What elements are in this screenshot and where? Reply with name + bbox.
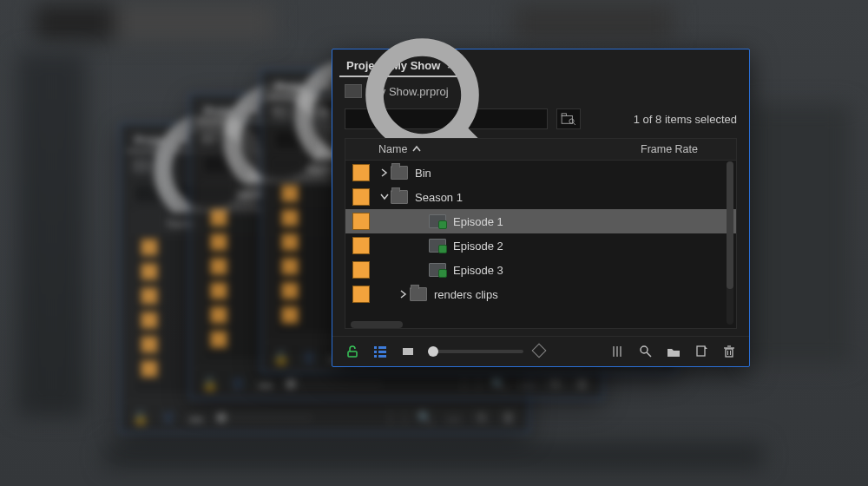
svg-rect-8 bbox=[562, 116, 572, 124]
item-label: Episode 1 bbox=[453, 215, 736, 228]
folder-icon bbox=[410, 287, 427, 301]
label-color-swatch[interactable] bbox=[352, 164, 370, 181]
item-label: Episode 3 bbox=[453, 264, 736, 277]
bg-blur bbox=[17, 52, 87, 417]
svg-rect-14 bbox=[374, 351, 377, 353]
svg-rect-19 bbox=[403, 348, 413, 355]
column-frame-rate[interactable]: Frame Rate bbox=[641, 143, 736, 155]
sequence-icon bbox=[429, 263, 446, 277]
sort-asc-icon bbox=[412, 145, 421, 154]
svg-rect-12 bbox=[348, 351, 357, 357]
svg-point-6 bbox=[375, 48, 470, 143]
label-color-swatch[interactable] bbox=[352, 286, 370, 303]
svg-rect-9 bbox=[562, 114, 566, 116]
project-panel[interactable]: Project: My Show ≡ My Show.prproj 1 of 8… bbox=[332, 49, 750, 367]
chevron-down-icon[interactable] bbox=[378, 194, 391, 200]
project-file-icon bbox=[345, 84, 362, 98]
selection-status: 1 of 8 items selected bbox=[589, 113, 737, 126]
table-row[interactable]: renders clips bbox=[345, 282, 736, 306]
freeform-view-icon[interactable] bbox=[610, 344, 626, 359]
horizontal-scrollbar[interactable] bbox=[351, 321, 403, 328]
icon-view-icon[interactable] bbox=[400, 344, 416, 359]
svg-line-24 bbox=[647, 352, 651, 357]
new-bin-icon[interactable] bbox=[666, 344, 681, 359]
new-item-icon[interactable] bbox=[694, 344, 709, 359]
column-name[interactable]: Name bbox=[377, 143, 641, 155]
svg-point-23 bbox=[641, 346, 648, 353]
project-item-table: Name Frame Rate BinSeason 1Episode 1Epis… bbox=[345, 138, 737, 329]
svg-rect-18 bbox=[378, 355, 386, 358]
label-color-swatch[interactable] bbox=[352, 261, 370, 279]
table-row[interactable]: Episode 3 bbox=[345, 258, 736, 282]
slider-knob-icon[interactable] bbox=[428, 346, 438, 357]
lock-toggle-icon[interactable] bbox=[345, 344, 360, 359]
label-color-swatch[interactable] bbox=[352, 213, 370, 230]
table-header: Name Frame Rate bbox=[345, 139, 736, 161]
item-label: Episode 2 bbox=[453, 240, 736, 253]
table-row[interactable]: Episode 1 bbox=[345, 209, 736, 233]
chevron-right-icon[interactable] bbox=[378, 168, 391, 177]
svg-rect-17 bbox=[378, 351, 386, 353]
svg-line-11 bbox=[573, 122, 575, 125]
item-label: Bin bbox=[415, 167, 736, 180]
find-icon[interactable] bbox=[638, 344, 654, 359]
item-label: renders clips bbox=[434, 288, 736, 301]
delete-icon[interactable] bbox=[721, 344, 737, 359]
slider-end-icon bbox=[532, 344, 547, 358]
table-row[interactable]: Episode 2 bbox=[345, 233, 736, 258]
svg-rect-25 bbox=[697, 346, 705, 356]
label-color-swatch[interactable] bbox=[352, 188, 370, 206]
folder-icon bbox=[391, 166, 408, 180]
panel-toolbar bbox=[332, 336, 749, 366]
sequence-icon bbox=[429, 214, 446, 228]
thumbnail-size-slider[interactable] bbox=[428, 350, 523, 353]
table-row[interactable]: Bin bbox=[345, 161, 736, 185]
svg-rect-13 bbox=[374, 346, 377, 349]
label-color-swatch[interactable] bbox=[352, 237, 370, 254]
search-bin-button[interactable] bbox=[556, 108, 581, 129]
folder-icon bbox=[391, 190, 408, 204]
svg-rect-16 bbox=[378, 346, 386, 349]
chevron-right-icon[interactable] bbox=[398, 290, 410, 299]
svg-rect-26 bbox=[726, 349, 733, 357]
list-view-icon[interactable] bbox=[372, 344, 388, 359]
bg-blur bbox=[746, 104, 851, 364]
bin-search-icon bbox=[561, 113, 576, 125]
vertical-scrollbar[interactable] bbox=[727, 161, 733, 325]
item-label: Season 1 bbox=[415, 191, 736, 204]
sequence-icon bbox=[429, 239, 446, 253]
search-input[interactable] bbox=[345, 108, 548, 129]
bg-blur bbox=[104, 443, 764, 469]
svg-rect-15 bbox=[374, 355, 377, 358]
table-row[interactable]: Season 1 bbox=[345, 185, 736, 209]
